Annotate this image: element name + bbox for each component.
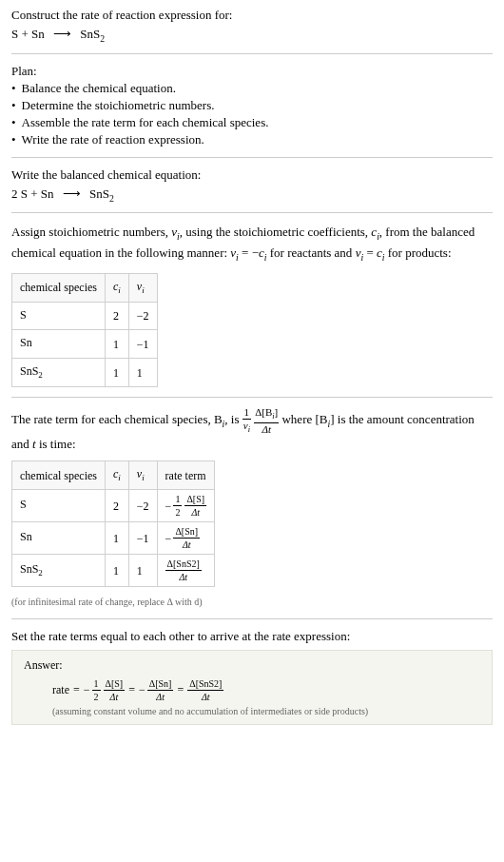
balanced-title: Write the balanced chemical equation: bbox=[11, 167, 493, 183]
reaction-arrow: ⟶ bbox=[53, 27, 71, 41]
final-section: Set the rate terms equal to each other t… bbox=[11, 629, 493, 725]
divider bbox=[11, 53, 493, 54]
rate-formula: 1 νi Δ[Bi] Δt bbox=[242, 407, 279, 434]
infinitesimal-note: (for infinitesimal rate of change, repla… bbox=[11, 595, 493, 609]
bullet-icon: • bbox=[11, 132, 16, 147]
divider bbox=[11, 157, 493, 158]
plan-item: •Determine the stoichiometric numbers. bbox=[11, 98, 493, 113]
plan-item: •Write the rate of reaction expression. bbox=[11, 132, 493, 147]
answer-label: Answer: bbox=[24, 658, 480, 673]
rateterm-table: chemical species ci νi rate term S 2 −2 … bbox=[11, 460, 215, 587]
table-header-row: chemical species ci νi bbox=[12, 273, 158, 302]
rate-cell: − Δ[Sn]Δt bbox=[165, 526, 200, 550]
table-row: Sn 1 −1 − Δ[Sn]Δt bbox=[12, 522, 215, 555]
col-nu: νi bbox=[128, 461, 157, 490]
species-s: S bbox=[11, 27, 18, 41]
plus-sign: + bbox=[30, 186, 41, 201]
plan-item: •Assemble the rate term for each chemica… bbox=[11, 115, 493, 130]
answer-note: (assuming constant volume and no accumul… bbox=[52, 706, 480, 716]
table-row: SnS2 1 1 bbox=[12, 359, 158, 387]
species-sns2: SnS2 bbox=[80, 27, 105, 41]
rateterm-section: The rate term for each chemical species,… bbox=[11, 407, 493, 609]
plan-item: •Balance the chemical equation. bbox=[11, 81, 493, 96]
table-row: S 2 −2 bbox=[12, 302, 158, 330]
reaction-arrow: ⟶ bbox=[63, 186, 81, 201]
plan-title: Plan: bbox=[11, 64, 493, 79]
divider bbox=[11, 618, 493, 619]
col-nu: νi bbox=[128, 273, 157, 302]
plan-section: Plan: •Balance the chemical equation. •D… bbox=[11, 64, 493, 147]
species-sns2: SnS2 bbox=[89, 186, 114, 201]
table-header-row: chemical species ci νi rate term bbox=[12, 461, 215, 490]
col-c: ci bbox=[105, 273, 128, 302]
col-c: ci bbox=[105, 461, 128, 490]
coef: 2 bbox=[11, 186, 18, 201]
intro-text: Construct the rate of reaction expressio… bbox=[11, 8, 493, 23]
table-row: SnS2 1 1 Δ[SnS2]Δt bbox=[12, 555, 215, 587]
rate-expression: rate = − 12 Δ[S]Δt = − Δ[Sn]Δt = Δ[SnS2]… bbox=[52, 678, 480, 702]
bullet-icon: • bbox=[11, 115, 16, 130]
col-rate: rate term bbox=[157, 461, 214, 490]
final-title: Set the rate terms equal to each other t… bbox=[11, 629, 493, 644]
balanced-section: Write the balanced chemical equation: 2 … bbox=[11, 167, 493, 204]
col-species: chemical species bbox=[12, 273, 106, 302]
species-s: S bbox=[21, 186, 28, 201]
rate-cell: Δ[SnS2]Δt bbox=[165, 558, 202, 582]
answer-box: Answer: rate = − 12 Δ[S]Δt = − Δ[Sn]Δt =… bbox=[11, 650, 493, 725]
bullet-icon: • bbox=[11, 98, 16, 113]
unbalanced-equation: S + Sn ⟶ SnS2 bbox=[11, 27, 493, 44]
intro-section: Construct the rate of reaction expressio… bbox=[11, 8, 493, 44]
col-species: chemical species bbox=[12, 461, 106, 490]
divider bbox=[11, 397, 493, 398]
stoich-section: Assign stoichiometric numbers, νi, using… bbox=[11, 223, 493, 387]
stoich-table: chemical species ci νi S 2 −2 Sn 1 −1 Sn… bbox=[11, 273, 158, 388]
plus-sign: + bbox=[21, 27, 31, 41]
table-row: S 2 −2 − 12 Δ[S]Δt bbox=[12, 490, 215, 522]
frac-dbdt: Δ[Bi] Δt bbox=[254, 407, 279, 434]
rate-cell: − 12 Δ[S]Δt bbox=[165, 494, 206, 518]
divider bbox=[11, 212, 493, 213]
bullet-icon: • bbox=[11, 81, 16, 96]
balanced-equation: 2 S + Sn ⟶ SnS2 bbox=[11, 186, 493, 204]
frac-one-nu: 1 νi bbox=[242, 407, 251, 434]
species-sn: Sn bbox=[41, 186, 54, 201]
table-row: Sn 1 −1 bbox=[12, 330, 158, 359]
species-sn: Sn bbox=[31, 27, 45, 41]
